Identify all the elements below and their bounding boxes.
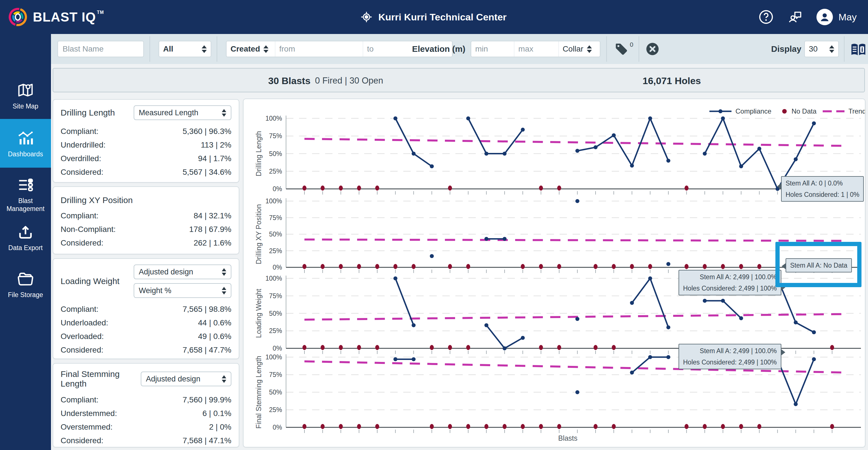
select-value: Measured Length: [139, 109, 198, 117]
sidebar-label: File Storage: [8, 291, 43, 299]
stat-value: 5,360 | 96.3%: [183, 127, 231, 136]
card-title: Drilling XY Position: [61, 196, 231, 205]
elevation-min-input[interactable]: [475, 44, 510, 54]
tooltip-pointer: [781, 284, 785, 291]
sidebar-item-file-storage[interactable]: File Storage: [0, 266, 51, 303]
display-count-select[interactable]: 30: [804, 41, 839, 57]
blast-status-counts: 0 Fired | 30 Open: [315, 76, 383, 86]
card-title: Drilling Length: [61, 108, 115, 118]
tooltip-line: Stem All A: 0 | 0.0%: [785, 178, 859, 189]
divider: [150, 36, 150, 62]
loading-weight-metric-select[interactable]: Weight %: [134, 283, 231, 298]
stat-value: 49 | 0.6%: [198, 332, 231, 341]
blast-count: 30 Blasts: [268, 75, 310, 86]
stat-label: Underdrilled:: [61, 141, 105, 150]
date-field-select[interactable]: Created: [226, 41, 275, 57]
tooltip-line: Stem All A: 2,499 | 100.0%: [683, 345, 777, 357]
svg-text:100%: 100%: [266, 354, 282, 361]
sidebar-item-site-map[interactable]: Site Map: [0, 73, 51, 118]
drilling-length-source-select[interactable]: Measured Length: [134, 106, 231, 120]
collar-value: Collar: [563, 44, 583, 54]
divider: [217, 36, 217, 62]
stat-label: Compliant:: [61, 395, 98, 404]
blastiq-logo[interactable]: BLASTIQTM: [8, 7, 104, 27]
svg-text:25%: 25%: [269, 168, 282, 175]
stat-label: Compliant:: [61, 127, 98, 136]
stat-value: 7,568 | 47.1%: [183, 436, 231, 445]
collar-select[interactable]: Collar: [559, 41, 600, 57]
stat-label: Underloaded:: [61, 318, 108, 327]
svg-text:25%: 25%: [269, 247, 282, 254]
user-avatar[interactable]: [816, 9, 833, 25]
final-stemming-card: Final Stemming Length Adjusted design Co…: [53, 363, 239, 447]
stat-value: 7,560 | 99.9%: [183, 395, 231, 404]
divider: [844, 36, 844, 62]
sidebar-item-data-export[interactable]: Data Export: [0, 219, 51, 256]
brand-iq: IQ: [82, 9, 96, 25]
tooltip-loading-weight: Stem All A: 2,499 | 100.0% Holes Conside…: [679, 270, 781, 295]
stat-value: 5,567 | 34.6%: [183, 168, 231, 177]
elevation-max-input[interactable]: [518, 44, 554, 54]
sidebar: Site Map Dashboards Blast Management Dat…: [0, 34, 51, 450]
clear-filters-icon[interactable]: [645, 42, 660, 56]
map-icon: [17, 81, 34, 99]
stat-value: 113 | 2%: [201, 141, 231, 150]
site-selector[interactable]: Kurri Kurri Technical Center: [360, 0, 507, 34]
stat-label: Non-Compliant:: [61, 225, 116, 234]
svg-text:50%: 50%: [269, 231, 282, 238]
tooltip-line: Stem All A: 2,499 | 100.0%: [683, 271, 777, 282]
feedback-icon[interactable]: [787, 9, 803, 25]
svg-text:Loading Weight: Loading Weight: [255, 289, 262, 338]
stat-label: Compliant:: [61, 211, 98, 220]
select-arrows-icon: [587, 45, 592, 53]
svg-text:100%: 100%: [266, 198, 282, 205]
divider: [606, 36, 607, 62]
tooltip-pointer: [782, 263, 786, 270]
sidebar-item-dashboards[interactable]: Dashboards: [0, 119, 51, 168]
tooltip-pointer: [781, 349, 785, 356]
user-icon: [818, 11, 831, 23]
top-bar: BLASTIQTM Kurri Kurri Technical Center M…: [0, 0, 868, 34]
tooltip-line: Holes Considered: 2,499 | 100%: [683, 357, 777, 368]
final-stemming-design-select[interactable]: Adjusted design: [141, 371, 231, 386]
svg-text:Drilling Length: Drilling Length: [255, 131, 262, 176]
stat-value: 178 | 67.9%: [189, 225, 231, 234]
tooltip-final-stemming: Stem All A: 2,499 | 100.0% Holes Conside…: [679, 344, 781, 369]
select-arrows-icon: [264, 45, 269, 53]
holes-count: 16,071 Holes: [643, 75, 701, 86]
brand-tm: TM: [97, 10, 104, 15]
svg-text:25%: 25%: [269, 327, 282, 334]
tags-filter-button[interactable]: 0: [614, 42, 633, 56]
svg-text:0%: 0%: [273, 344, 282, 352]
svg-text:50%: 50%: [269, 389, 282, 396]
svg-text:0%: 0%: [273, 424, 282, 431]
user-name[interactable]: May: [839, 11, 857, 23]
stat-label: Compliant:: [61, 305, 98, 314]
dashboards-icon: [17, 128, 35, 147]
stat-label: Considered:: [61, 436, 103, 445]
drilling-length-card: Drilling Length Measured Length Complian…: [53, 99, 239, 183]
tooltip-line: Holes Considered: 2,499 | 100%: [683, 282, 777, 294]
select-arrows-icon: [222, 375, 226, 383]
select-arrows-icon: [829, 45, 834, 53]
stat-value: 7,658 | 47.7%: [183, 346, 231, 355]
svg-text:25%: 25%: [269, 406, 282, 414]
blastiq-logo-icon: [8, 7, 28, 27]
stat-label: Considered:: [61, 238, 103, 247]
svg-text:Trend: Trend: [848, 107, 865, 115]
summary-bar: 30 Blasts 0 Fired | 30 Open 16,071 Holes: [53, 68, 865, 92]
stat-value: 6 | 0.1%: [203, 409, 231, 418]
svg-text:75%: 75%: [269, 371, 282, 378]
elevation-label: Elevation (m): [412, 34, 465, 64]
blast-name-input[interactable]: [58, 41, 144, 57]
status-select[interactable]: All: [159, 41, 211, 57]
select-value: Weight %: [139, 286, 171, 295]
help-icon[interactable]: [758, 9, 774, 25]
sidebar-item-blast-management[interactable]: Blast Management: [0, 172, 51, 217]
report-book-icon[interactable]: [850, 42, 867, 57]
svg-text:Final Stemming Length: Final Stemming Length: [255, 356, 262, 428]
date-from-input[interactable]: [279, 44, 359, 54]
select-value: Adjusted design: [146, 375, 200, 384]
file-storage-icon: [17, 270, 34, 288]
loading-weight-design-select[interactable]: Adjusted design: [134, 265, 231, 279]
